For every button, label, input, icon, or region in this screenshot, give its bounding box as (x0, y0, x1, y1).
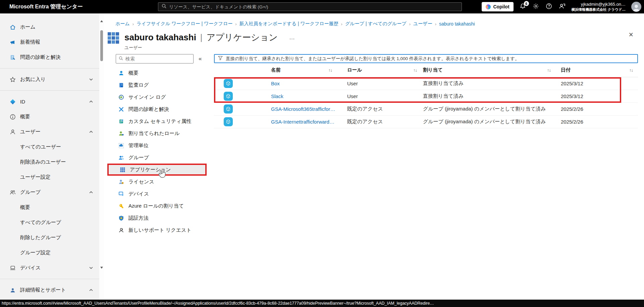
sort-icon[interactable]: ↑↓ (413, 68, 417, 73)
close-blade-button[interactable]: × (629, 31, 633, 39)
sidebar-label: ホーム (20, 24, 36, 30)
breadcrumb-all-groups[interactable]: グループ | すべてのグループ (345, 21, 407, 27)
blade-item-label: 管理単位 (128, 142, 149, 149)
copilot-button[interactable]: Copilot (482, 2, 513, 11)
blade-item-signin-logs[interactable]: サインイン ログ (116, 91, 207, 103)
column-header-name[interactable]: 名前 ↑↓ (214, 67, 347, 73)
app-name-link[interactable]: Box (271, 81, 280, 86)
column-label: 名前 (271, 67, 281, 73)
sort-icon[interactable]: ↑↓ (547, 68, 551, 73)
settings-button[interactable] (532, 3, 540, 10)
breadcrumb: ホーム › ライフサイクル ワークフロー | ワークフロー › 新入社員をオンボ… (115, 21, 644, 27)
app-name-link[interactable]: Slack (271, 93, 283, 99)
sidebar-item-diagnose[interactable]: 問題の診断と解決 (0, 50, 99, 65)
sidebar-item-devices[interactable]: デバイス (0, 260, 99, 275)
sidebar-label: 問題の診断と解決 (20, 54, 61, 60)
feedback-button[interactable] (558, 3, 566, 10)
breadcrumb-onboard-workflow-history[interactable]: 新入社員をオンボードする | ワークフロー履歴 (239, 21, 338, 27)
column-header-assignment[interactable]: 割り当て ↑↓ (423, 67, 561, 73)
breadcrumb-current-user[interactable]: saburo takahashi (439, 21, 475, 27)
scrollbar-thumb[interactable] (100, 30, 103, 61)
scroll-down-arrow[interactable] (100, 265, 104, 271)
annotation-red-box-rows: Box User 直接割り当て済み 2025/3/12 Slack (214, 77, 638, 103)
blade-item-label: サインイン ログ (128, 94, 166, 100)
sidebar-item-users[interactable]: ユーザー (0, 124, 99, 139)
blade-item-devices[interactable]: デバイス (116, 188, 207, 200)
sidebar-item-groups-overview[interactable]: 概要 (0, 200, 99, 215)
table-row[interactable]: GSA-Internettrafficforward… 既定のアクセス グループ… (214, 116, 638, 128)
blade-search-box[interactable] (116, 54, 194, 63)
breadcrumb-users[interactable]: ユーザー (413, 21, 432, 27)
column-header-date[interactable]: 日付 ↑↓ (561, 67, 638, 73)
cell-role: User (347, 81, 423, 86)
sidebar-item-group-settings[interactable]: グループ設定 (0, 245, 99, 260)
applications-grid-icon (108, 32, 120, 44)
notification-badge: 6 (524, 1, 529, 6)
blade-item-licenses[interactable]: ライセンス (116, 176, 207, 188)
blade-item-new-support-request[interactable]: 新しいサポート リクエスト (116, 224, 207, 236)
notifications-button[interactable]: 6 (519, 3, 527, 10)
sidebar-label: グループ (20, 189, 41, 195)
filter-search-box[interactable]: 直接の割り当て、継承された割り当て、またはユーザーが承諾した割り当ては最大 1,… (214, 54, 638, 63)
global-search-input[interactable] (169, 4, 458, 9)
sidebar-label: お気に入り (20, 76, 46, 83)
sidebar-item-all-groups[interactable]: すべてのグループ (0, 215, 99, 230)
breadcrumb-lifecycle-workflows[interactable]: ライフサイクル ワークフロー | ワークフロー (137, 21, 232, 27)
table-row[interactable]: Slack User 直接割り当て済み 2025/3/12 (214, 90, 638, 103)
blade-search-input[interactable] (125, 56, 191, 61)
filter-funnel-icon (218, 56, 223, 61)
blade-item-overview[interactable]: 概要 (116, 67, 207, 79)
sidebar-item-deleted-users[interactable]: 削除済みのユーザー (0, 155, 99, 170)
sidebar-item-learn-support[interactable]: 詳細情報とサポート (0, 282, 99, 298)
blade-item-authentication-methods[interactable]: 認証方法 (116, 212, 207, 224)
blade-item-diagnose-solve[interactable]: 問題の診断と解決 (116, 103, 207, 115)
admin-units-icon (118, 142, 124, 148)
blade-item-admin-units[interactable]: 管理単位 (116, 139, 207, 151)
blade-item-custom-security-attributes[interactable]: カスタム セキュリティ属性 (116, 115, 207, 127)
table-row[interactable]: GSA-Microsoft365trafficfor… 既定のアクセス グループ… (214, 103, 638, 116)
account-info[interactable]: yjkadmin@yjk365.on… 横浜情報機器株式会社 クラウド… (572, 2, 626, 11)
avatar[interactable] (631, 2, 641, 12)
blade-item-audit-logs[interactable]: 監査ログ (116, 79, 207, 91)
table-row[interactable]: Box User 直接割り当て済み 2025/3/12 (214, 77, 638, 90)
sidebar-item-home[interactable]: ホーム (0, 19, 99, 35)
feedback-person-icon (559, 3, 566, 11)
entra-admin-center-screen: Microsoft Entra 管理センター Copilot 6 (0, 0, 644, 307)
breadcrumb-separator: › (235, 21, 236, 27)
sidebar-label: すべてのユーザー (20, 144, 61, 150)
sidebar-item-user-settings[interactable]: ユーザー設定 (0, 170, 99, 185)
sidebar-label: すべてのグループ (20, 219, 61, 226)
sidebar-item-deleted-groups[interactable]: 削除したグループ (0, 230, 99, 245)
sidebar-label: 削除済みのユーザー (20, 159, 66, 165)
blade-item-assigned-roles[interactable]: 割り当てられたロール (116, 127, 207, 139)
sidebar-item-overview[interactable]: 概要 (0, 109, 99, 124)
diagnose-icon (9, 54, 16, 61)
sidebar-label: ユーザー (20, 129, 41, 135)
sort-icon[interactable]: ↑↓ (328, 68, 332, 73)
blade-item-groups[interactable]: グループ (116, 151, 207, 164)
app-name-link[interactable]: GSA-Microsoft365trafficfor… (271, 106, 335, 112)
sidebar-item-all-users[interactable]: すべてのユーザー (0, 139, 99, 155)
person-icon (118, 70, 124, 76)
signin-log-icon (118, 94, 124, 100)
collapse-menu-button[interactable]: « (199, 55, 202, 62)
more-menu-button[interactable]: … (289, 34, 296, 41)
breadcrumb-home[interactable]: ホーム (115, 21, 130, 27)
sidebar-item-whats-new[interactable]: 新着情報 (0, 35, 99, 50)
group-icon (9, 189, 16, 196)
blade-item-label: 問題の診断と解決 (128, 106, 169, 113)
blade-item-applications[interactable]: アプリケーション (107, 164, 207, 176)
blade-item-label: デバイス (128, 191, 149, 197)
blade-item-azure-role-assignments[interactable]: Azure ロールの割り当て (116, 200, 207, 212)
scroll-up-arrow[interactable] (100, 18, 104, 24)
megaphone-icon (9, 39, 16, 46)
title-separator: | (200, 32, 203, 43)
app-name-link[interactable]: GSA-Internettrafficforward… (271, 119, 334, 125)
help-button[interactable] (545, 3, 553, 10)
sort-icon[interactable]: ↑↓ (629, 68, 633, 73)
global-search-box[interactable] (158, 2, 462, 11)
column-header-role[interactable]: ロール ↑↓ (347, 67, 423, 73)
sidebar-item-groups[interactable]: グループ (0, 185, 99, 200)
sidebar-item-id[interactable]: ID (0, 94, 99, 109)
sidebar-item-favorites[interactable]: お気に入り (0, 72, 99, 87)
